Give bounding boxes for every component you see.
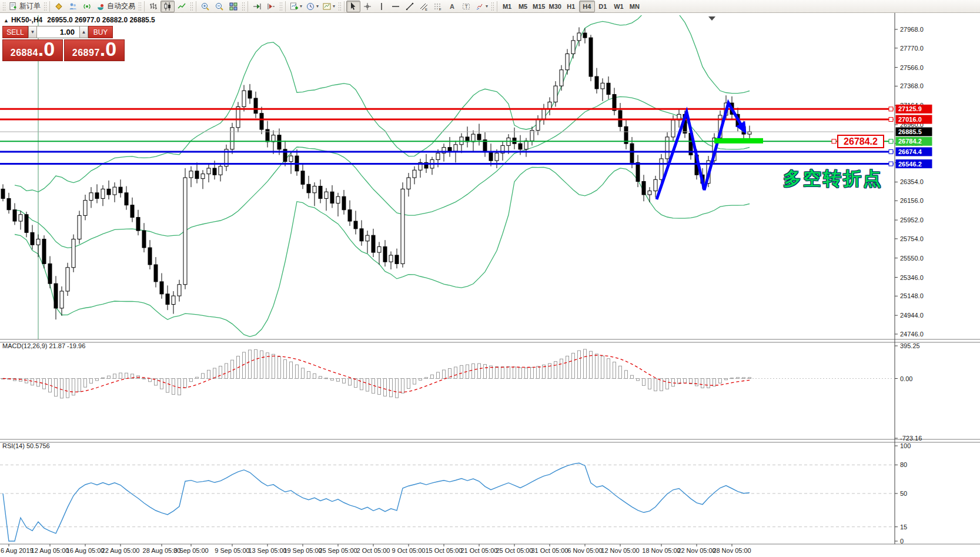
- tile-windows-button[interactable]: [226, 1, 240, 12]
- volume-input[interactable]: [37, 26, 79, 38]
- svg-text:25 Sep 05:00: 25 Sep 05:00: [319, 547, 357, 554]
- toolbar-button-label: 新订单: [19, 1, 41, 11]
- bar-chart-button[interactable]: [146, 1, 160, 12]
- timeframe-d1[interactable]: D1: [595, 1, 611, 12]
- crosshair-button[interactable]: [360, 1, 374, 12]
- buy-price[interactable]: 26897 .0: [64, 39, 125, 61]
- trendline-button[interactable]: [403, 1, 417, 12]
- svg-text:26784.2: 26784.2: [898, 138, 922, 145]
- autoscroll-icon: [252, 2, 262, 11]
- svg-text:15: 15: [900, 523, 907, 531]
- svg-text:3 Sep 05:00: 3 Sep 05:00: [173, 547, 208, 554]
- timeframe-h1[interactable]: H1: [563, 1, 579, 12]
- buy-button[interactable]: BUY: [88, 26, 113, 38]
- svg-text:27770.0: 27770.0: [900, 45, 924, 52]
- sell-button[interactable]: SELL: [2, 26, 28, 38]
- rsi-name: RSI(14): [2, 442, 25, 449]
- svg-text:0: 0: [900, 538, 904, 545]
- crosshair-icon: [363, 2, 372, 11]
- candlestick-chart-button[interactable]: [160, 1, 175, 12]
- text-label-button[interactable]: T: [459, 1, 473, 12]
- tiles-icon: [229, 2, 238, 11]
- timeframe-m15[interactable]: M15: [531, 1, 547, 12]
- timeframe-m5[interactable]: M5: [515, 1, 531, 12]
- main-price-panel: [0, 6, 894, 339]
- arrows-button[interactable]: ▾: [473, 1, 490, 12]
- toolbar-grip: [2, 2, 5, 11]
- channel-icon: E: [419, 2, 429, 11]
- cursor-button[interactable]: [346, 1, 360, 12]
- highlight-bar: [714, 138, 763, 144]
- rsi-panel: [0, 463, 894, 541]
- data-window-button[interactable]: [66, 1, 80, 12]
- line-chart-button[interactable]: [175, 1, 189, 12]
- svg-text:-723.16: -723.16: [900, 435, 922, 442]
- sell-price[interactable]: 26884 .0: [2, 39, 63, 61]
- rsi-line: [3, 463, 750, 541]
- vertical-line-button[interactable]: [374, 1, 389, 12]
- macd-name: MACD(12,26,9): [2, 342, 47, 349]
- autotrading-button[interactable]: 自动交易: [94, 1, 137, 12]
- svg-text:0.00: 0.00: [900, 375, 912, 382]
- svg-text:26885.5: 26885.5: [898, 128, 922, 135]
- indicators-button[interactable]: ▾: [287, 1, 304, 12]
- text-button[interactable]: A: [445, 1, 459, 12]
- auto-scroll-button[interactable]: [250, 1, 264, 12]
- users-icon: [68, 2, 78, 11]
- chart-shift-button[interactable]: [264, 1, 278, 12]
- arrows-icon: [475, 2, 484, 11]
- timeframe-m30[interactable]: M30: [547, 1, 563, 12]
- timeframe-w1[interactable]: W1: [611, 1, 627, 12]
- timeframe-mn[interactable]: MN: [627, 1, 643, 12]
- svg-text:15 Oct 05:00: 15 Oct 05:00: [426, 547, 463, 554]
- horizontal-line-button[interactable]: [389, 1, 403, 12]
- svg-text:A: A: [450, 3, 454, 10]
- svg-text:6 Nov 05:00: 6 Nov 05:00: [567, 547, 602, 554]
- turning-point-annotation: 多空转折点: [783, 166, 883, 191]
- cube-icon: [54, 2, 63, 11]
- volume-increase-button[interactable]: ▲: [79, 26, 88, 38]
- toolbar-separator: [144, 1, 145, 12]
- svg-text:25 Oct 05:00: 25 Oct 05:00: [496, 547, 533, 554]
- toolbar-separator: [285, 1, 286, 12]
- label-icon: T: [461, 2, 471, 11]
- svg-text:22 Aug 05:00: 22 Aug 05:00: [102, 547, 140, 554]
- chevron-down-icon: ▾: [300, 4, 302, 9]
- toolbar: 新订单自动交易▾▾▾EFAT▾M1M5M15M30H1H4D1W1MN: [0, 0, 980, 13]
- hline-icon: [391, 2, 400, 11]
- svg-text:26156.0: 26156.0: [900, 197, 924, 204]
- svg-text:25952.0: 25952.0: [900, 216, 924, 224]
- candles-layer: [1, 27, 751, 319]
- new-order-button[interactable]: 新订单: [6, 1, 42, 12]
- svg-text:25754.0: 25754.0: [900, 235, 924, 242]
- shift-marker-icon: [708, 16, 715, 21]
- volume-decrease-button[interactable]: ▼: [28, 26, 37, 38]
- signals-button[interactable]: [80, 1, 94, 12]
- fibonacci-button[interactable]: F: [431, 1, 445, 12]
- symbol-name: HK50-,H4: [11, 16, 42, 24]
- svg-text:2 Oct 05:00: 2 Oct 05:00: [357, 547, 390, 554]
- price-callout-box[interactable]: 26784.2: [837, 135, 884, 148]
- svg-text:26674.4: 26674.4: [898, 148, 922, 155]
- periods-button[interactable]: ▾: [304, 1, 320, 12]
- toolbar-grip: [44, 2, 46, 11]
- bars-icon: [149, 2, 158, 11]
- zoom-out-button[interactable]: [212, 1, 226, 12]
- symbol-info: ▲HK50-,H426955.0 26977.0 26882.0 26885.5: [4, 16, 155, 24]
- timeframe-h4[interactable]: H4: [579, 1, 595, 12]
- templates-button[interactable]: ▾: [320, 1, 337, 12]
- timeframe-m1[interactable]: M1: [499, 1, 515, 12]
- template-icon: [322, 2, 332, 11]
- toolbar-separator: [49, 1, 50, 12]
- zoom-in-button[interactable]: [198, 1, 212, 12]
- toolbar-separator: [497, 1, 497, 12]
- svg-text:T: T: [465, 4, 469, 9]
- equidistant-channel-button[interactable]: E: [417, 1, 431, 12]
- collapse-panel-icon[interactable]: ▲: [4, 18, 9, 24]
- svg-text:25346.0: 25346.0: [900, 274, 924, 281]
- macd-indicator-label: MACD(12,26,9) 21.87 -19.96: [2, 342, 85, 349]
- spinner-down-icon: ▼: [31, 29, 35, 35]
- chart-area[interactable]: 27968.027770.027566.027368.027164.026960…: [0, 0, 980, 557]
- toolbar-grip: [242, 2, 245, 11]
- marketwatch-icon-button[interactable]: [52, 1, 66, 12]
